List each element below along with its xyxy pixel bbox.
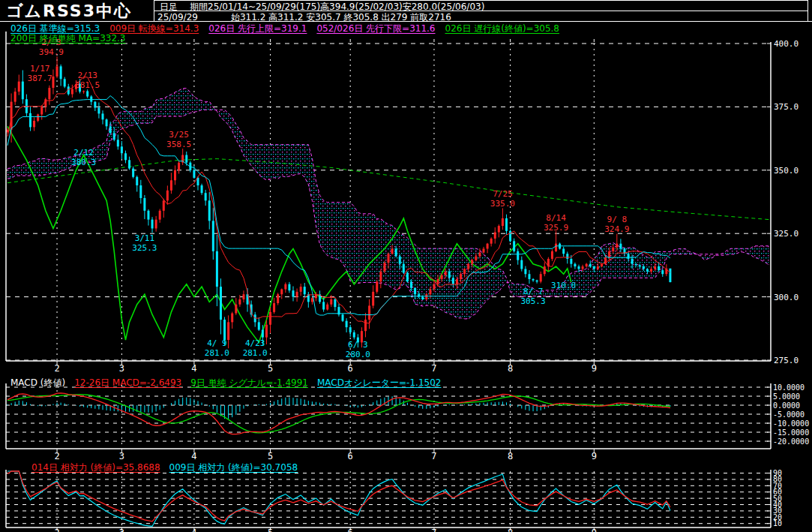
candle: [379, 269, 382, 289]
month-label: 6: [348, 363, 353, 374]
chart-annotation: 358.5: [166, 140, 191, 149]
candle: [555, 231, 557, 252]
macd-panel-chart: 10.00005.00000.0000-5.0000-10.0000-15.00…: [6, 383, 809, 462]
timeframe-label: 日足: [160, 2, 178, 12]
axis-label: 10: [773, 519, 782, 527]
legend-item: 014日 相対力 (終値)=35.8688: [31, 462, 160, 473]
chart-annotation: 2/13: [77, 71, 97, 80]
axis-label: 0.0000: [773, 401, 800, 410]
page-title: ゴムRSS3中心: [6, 0, 153, 21]
month-label: 2: [54, 363, 59, 374]
chart-annotation: 1/17: [30, 64, 50, 74]
candle: [242, 290, 244, 302]
chart-annotation: 2/12: [73, 148, 94, 158]
candle: [56, 56, 58, 78]
candle: [517, 248, 519, 265]
candle: [383, 261, 385, 274]
month-label: 5: [268, 527, 273, 532]
candle: [277, 293, 279, 305]
chart-annotation: 3/11: [135, 233, 155, 243]
month-label: 6: [348, 451, 353, 461]
candle: [562, 247, 565, 257]
candle: [60, 65, 62, 86]
candle: [528, 270, 530, 284]
candle: [40, 105, 43, 120]
legend-item: MACD (終値): [10, 377, 65, 388]
month-label: 3: [119, 451, 124, 461]
axis-label: 275.0: [774, 356, 799, 365]
candle: [353, 330, 355, 339]
legend-item: 026日 先行上限=319.1: [208, 23, 307, 34]
candle: [117, 134, 119, 149]
candle: [273, 298, 275, 314]
candle: [368, 299, 370, 329]
candle: [106, 119, 108, 130]
month-label: 4: [191, 451, 196, 461]
candle: [235, 298, 237, 315]
candle: [170, 173, 172, 194]
candle: [337, 304, 340, 317]
candle: [490, 237, 493, 246]
legend-item: 009日 相対力 (終値)=30.7058: [169, 462, 298, 473]
candle: [37, 114, 39, 122]
candle: [205, 190, 207, 206]
chart-annotation: 381.5: [75, 80, 100, 90]
month-label: 7: [431, 451, 436, 461]
candle: [22, 71, 24, 104]
candle: [300, 284, 302, 296]
month-label: 2: [54, 527, 59, 532]
axis-label: 5.0000: [773, 392, 800, 401]
candle: [97, 103, 100, 119]
candle: [14, 88, 16, 105]
chart-annotation: 310.0: [551, 281, 576, 290]
legend-item: 026日 遅行線(終値)=305.8: [445, 23, 560, 34]
month-label: 6: [348, 527, 353, 532]
candle: [551, 249, 553, 261]
candle: [296, 288, 298, 302]
month-label: 9: [592, 363, 597, 374]
month-label: 8: [508, 363, 513, 374]
candle: [524, 266, 526, 278]
candle: [376, 280, 378, 293]
candle: [487, 243, 489, 254]
month-label: 7: [431, 363, 436, 374]
axis-label: 300.0: [774, 293, 799, 302]
axis-label: 10.0000: [773, 383, 805, 392]
candle: [326, 302, 328, 311]
chart-annotation: 6/ 3: [348, 340, 368, 350]
candle: [502, 208, 504, 230]
macd-legend: MACD (終値)12-26日 MACD=-2.64939日 単純 シグナル=-…: [10, 377, 450, 389]
candle: [494, 227, 496, 244]
candle: [90, 95, 92, 105]
month-label: 9: [592, 451, 597, 461]
candle: [505, 215, 508, 235]
candle: [288, 282, 290, 293]
chart-annotation: 280.0: [346, 350, 370, 359]
month-label: 7: [431, 527, 436, 532]
axis-label: -5.0000: [773, 410, 805, 419]
ohlc-quote: 始311.2 高311.2 安305.7 終305.8 出279 前取2716: [231, 12, 451, 23]
candle: [44, 98, 46, 112]
candle: [33, 117, 35, 131]
candle: [163, 199, 165, 218]
month-label: 3: [119, 363, 124, 374]
candle: [258, 317, 260, 331]
candle: [121, 141, 123, 159]
candle: [334, 298, 336, 311]
candle: [48, 86, 50, 105]
candle: [102, 110, 104, 124]
candle: [349, 325, 352, 337]
axis-label: 375.0: [774, 102, 799, 112]
candle: [319, 290, 321, 304]
axis-label: 400.0: [774, 39, 799, 49]
legend-item: 200日 終値単純 MA=332.3: [10, 33, 126, 44]
chart-annotation: 4/ 9: [207, 338, 227, 348]
legend-item: 9日 単純 シグナル=-1.4991: [190, 377, 308, 388]
chart-annotation: 335.0: [490, 199, 515, 209]
candle: [364, 313, 367, 337]
legend-item: 052/026日 先行下限=311.6: [316, 23, 435, 34]
candle: [159, 209, 161, 222]
candle: [307, 292, 310, 308]
candle: [498, 224, 500, 237]
candle: [544, 262, 546, 276]
